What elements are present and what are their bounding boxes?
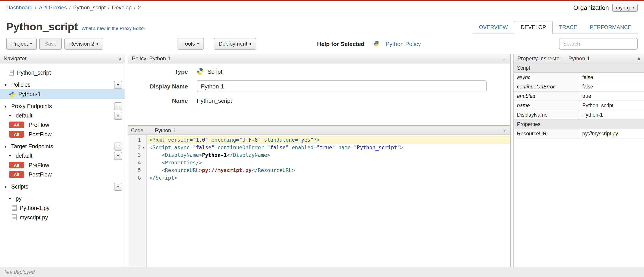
tree-caret-icon[interactable]: ▾ bbox=[9, 113, 13, 118]
code-line-1: <?xml version="1.0" encoding="UTF-8" sta… bbox=[147, 136, 510, 144]
python-policy-help-link[interactable]: Python Policy bbox=[386, 40, 421, 47]
property-name: async bbox=[514, 73, 579, 82]
nav-item-preflow[interactable]: AllPreFlow bbox=[0, 120, 125, 130]
property-section-label: Script bbox=[514, 63, 644, 73]
property-value[interactable]: py://myscript.py bbox=[579, 129, 644, 138]
add-proxy-endpoints-button[interactable]: + bbox=[114, 102, 122, 110]
code-token bbox=[149, 167, 162, 173]
file-icon bbox=[9, 70, 14, 75]
property-inspector-title: Property Inspector bbox=[518, 55, 561, 62]
nav-item-label: PostFlow bbox=[28, 131, 52, 137]
code-line-2: <Script async="false" continueOnError="f… bbox=[147, 144, 510, 151]
breadcrumb-item-develop: Develop bbox=[112, 4, 132, 11]
navigator-title: Navigator bbox=[4, 55, 26, 62]
property-section-script: Script bbox=[514, 63, 644, 73]
project-button[interactable]: Project▾ bbox=[6, 38, 37, 50]
breadcrumb-item-api-proxies[interactable]: API Proxies bbox=[39, 4, 67, 11]
toolbar: Project▾ Save Revision 2▾ Tools▾ Deploym… bbox=[0, 34, 644, 54]
property-table: ScriptasyncfalsecontinueOnErrorfalseenab… bbox=[514, 63, 644, 138]
nav-item-postflow[interactable]: AllPostFlow bbox=[0, 130, 125, 139]
pane-splitter[interactable] bbox=[125, 54, 128, 267]
line-number: 5 bbox=[138, 167, 141, 174]
file-icon bbox=[12, 205, 16, 211]
nav-item-preflow[interactable]: AllPreFlow bbox=[0, 160, 125, 170]
code-token: "1.0" bbox=[193, 137, 208, 143]
display-name-input[interactable] bbox=[197, 80, 486, 92]
navigator-header: Navigator « bbox=[0, 54, 125, 63]
code-token: > bbox=[400, 144, 404, 151]
collapse-left-icon[interactable]: « bbox=[118, 56, 121, 61]
code-editor[interactable]: 12▾3456 <?xml version="1.0" encoding="UT… bbox=[128, 135, 510, 267]
breadcrumb-item-dashboard[interactable]: Dashboard bbox=[6, 4, 32, 11]
add-default-button[interactable]: + bbox=[114, 111, 122, 119]
nav-item-python-1[interactable]: Python-1 bbox=[0, 89, 125, 99]
tools-button[interactable]: Tools▾ bbox=[178, 38, 204, 50]
nav-item-py[interactable]: ▾py bbox=[0, 194, 125, 203]
property-value[interactable]: false bbox=[579, 73, 644, 82]
property-section-properties: Properties bbox=[514, 119, 644, 129]
nav-item-label: default bbox=[16, 153, 32, 159]
code-file-label: Python-1 bbox=[155, 128, 176, 133]
property-value[interactable]: Python_script bbox=[579, 101, 644, 110]
nav-item-scripts[interactable]: ▾Scripts+ bbox=[0, 182, 125, 191]
policy-help: Python Policy bbox=[374, 40, 421, 47]
nav-item-label: Policies bbox=[11, 81, 30, 88]
expand-right-icon[interactable]: » bbox=[638, 56, 640, 61]
nav-item-label: PostFlow bbox=[28, 171, 52, 178]
organization-selector: Organization myorg ▾ bbox=[573, 3, 638, 12]
add-target-endpoints-button[interactable]: + bbox=[114, 142, 122, 150]
file-icon bbox=[12, 215, 16, 220]
line-number: 3 bbox=[138, 151, 141, 159]
tree-caret-icon[interactable]: ▾ bbox=[4, 144, 8, 149]
tree-caret-icon[interactable]: ▾ bbox=[9, 153, 13, 158]
tab-overview[interactable]: OVERVIEW bbox=[473, 21, 514, 33]
organization-select[interactable]: myorg ▾ bbox=[612, 3, 638, 12]
add-policies-button[interactable]: + bbox=[114, 81, 122, 89]
property-value[interactable]: false bbox=[579, 82, 644, 91]
caret-down-icon: ▾ bbox=[197, 42, 199, 46]
code-token: ?> bbox=[314, 137, 320, 143]
nav-item-label: default bbox=[16, 112, 32, 119]
code-token bbox=[149, 160, 162, 166]
tab-develop[interactable]: DEVELOP bbox=[514, 21, 553, 34]
revision-button[interactable]: Revision 2▾ bbox=[64, 38, 103, 50]
nav-item-myscript-py[interactable]: myscript.py bbox=[0, 213, 125, 222]
nav-item-policies[interactable]: ▾Policies+ bbox=[0, 80, 125, 89]
nav-item-label: Scripts bbox=[11, 183, 28, 190]
collapse-up-icon[interactable]: « bbox=[503, 57, 508, 60]
property-value[interactable]: Python-1 bbox=[579, 110, 644, 119]
nav-item-python-1-py[interactable]: Python-1.py bbox=[0, 203, 125, 213]
property-name: name bbox=[514, 101, 579, 110]
chevron-down-icon[interactable]: » bbox=[503, 129, 508, 132]
fold-toggle-icon[interactable]: ▾ bbox=[141, 144, 146, 151]
code-line-5: <ResourceURL>py://myscript.py</ResourceU… bbox=[147, 167, 510, 174]
tree-caret-icon[interactable]: ▾ bbox=[4, 184, 8, 189]
tree-caret-icon[interactable]: ▾ bbox=[4, 104, 8, 108]
status-bar: Not deployed bbox=[0, 267, 644, 277]
code-token: "Python_script" bbox=[354, 144, 400, 151]
search-input[interactable] bbox=[559, 38, 638, 50]
whats-new-link[interactable]: What's new in the Proxy Editor bbox=[82, 25, 145, 31]
nav-item-python-script[interactable]: Python_script bbox=[0, 68, 125, 77]
tree-caret-icon[interactable]: ▾ bbox=[4, 82, 8, 87]
pane-splitter[interactable] bbox=[511, 54, 514, 267]
tab-performance[interactable]: PERFORMANCE bbox=[584, 21, 638, 33]
property-value[interactable]: true bbox=[579, 91, 644, 101]
nav-item-default[interactable]: ▾default+ bbox=[0, 111, 125, 120]
nav-item-label: PreFlow bbox=[28, 162, 49, 168]
policy-form: Type Script Display Name Name Python_scr… bbox=[128, 63, 510, 125]
property-name: ResourceURL bbox=[514, 129, 579, 138]
nav-item-postflow[interactable]: AllPostFlow bbox=[0, 170, 125, 179]
deployment-button[interactable]: Deployment▾ bbox=[214, 38, 256, 50]
name-value: Python_script bbox=[197, 97, 232, 104]
save-button[interactable]: Save bbox=[40, 38, 62, 50]
nav-item-default[interactable]: ▾default+ bbox=[0, 151, 125, 160]
add-scripts-button[interactable]: + bbox=[114, 183, 122, 191]
flow-condition-badge: All bbox=[9, 162, 24, 168]
breadcrumb-separator: / bbox=[132, 4, 137, 11]
nav-item-target-endpoints[interactable]: ▾Target Endpoints+ bbox=[0, 142, 125, 151]
nav-item-proxy-endpoints[interactable]: ▾Proxy Endpoints+ bbox=[0, 101, 125, 111]
add-default-button[interactable]: + bbox=[114, 152, 122, 160]
tree-caret-icon[interactable]: ▾ bbox=[9, 196, 13, 201]
tab-trace[interactable]: TRACE bbox=[553, 21, 584, 33]
